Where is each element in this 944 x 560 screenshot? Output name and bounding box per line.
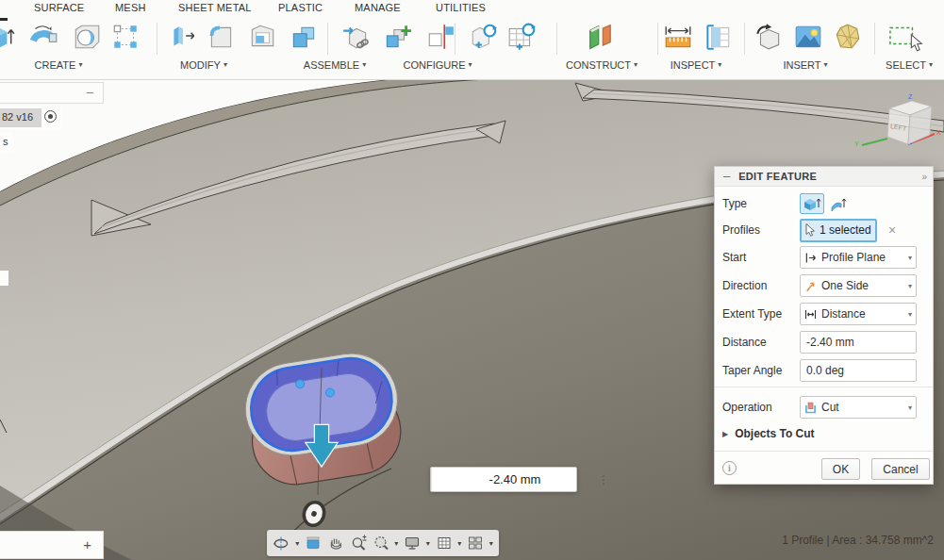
- distance-value-field[interactable]: [432, 468, 598, 491]
- group-select[interactable]: SELECT▾: [871, 58, 944, 71]
- axis-y-label: Y: [854, 140, 859, 147]
- group-modify[interactable]: MODIFY▾: [166, 58, 241, 71]
- fusion-window: LEFT Y X Z SURFACE MESH SHEET METAL PLAS…: [0, 0, 944, 560]
- clear-selection-icon[interactable]: ×: [888, 222, 896, 238]
- tab-utilities[interactable]: UTILITIES: [436, 2, 486, 15]
- configuration-table-icon[interactable]: [505, 20, 538, 54]
- dialog-title-bar[interactable]: – EDIT FEATURE »: [715, 167, 933, 187]
- row-direction: Direction One Side ▾: [722, 273, 927, 298]
- chevron-down-icon: ▾: [718, 61, 721, 69]
- row-profiles: Profiles 1 selected ×: [722, 218, 927, 242]
- objects-to-cut-toggle[interactable]: ▶ Objects To Cut: [722, 423, 927, 444]
- revolve-icon[interactable]: [28, 20, 60, 54]
- rigid-group-icon[interactable]: [424, 20, 456, 54]
- axis-z-label: Z: [908, 93, 913, 100]
- combine-icon[interactable]: [288, 20, 320, 54]
- group-insert[interactable]: INSERT▾: [768, 58, 843, 71]
- distance-input[interactable]: [800, 331, 917, 354]
- canvas-image-icon[interactable]: [792, 20, 824, 54]
- row-extent-type: Extent Type Distance ▾: [722, 302, 927, 326]
- edit-sketch-points-icon[interactable]: [109, 20, 141, 54]
- insert-mesh-icon[interactable]: [832, 20, 864, 54]
- window-zoom-menu-caret[interactable]: ▾: [392, 539, 401, 548]
- row-taper-angle: Taper Angle: [722, 358, 927, 383]
- section-analysis-icon[interactable]: [702, 20, 734, 54]
- kebab-menu-icon[interactable]: ⋮: [598, 468, 609, 491]
- configuration-icon[interactable]: [468, 20, 500, 54]
- viewports-icon[interactable]: [465, 532, 487, 554]
- grid-icon[interactable]: [433, 532, 455, 554]
- fillet-icon[interactable]: [205, 20, 237, 54]
- group-assemble[interactable]: ASSEMBLE▾: [292, 58, 377, 71]
- operation-dropdown[interactable]: Cut ▾: [800, 396, 917, 419]
- ok-button[interactable]: OK: [821, 458, 860, 480]
- taper-angle-input[interactable]: [800, 359, 917, 382]
- document-name[interactable]: 82 v16: [2, 111, 33, 123]
- browser-minimize-button[interactable]: –: [87, 85, 93, 99]
- pan-icon[interactable]: [324, 532, 346, 554]
- group-construct[interactable]: CONSTRUCT▾: [559, 58, 644, 71]
- grid-menu-caret[interactable]: ▾: [455, 539, 464, 548]
- selection-status-text: 1 Profile | Area : 34.758 mm^2: [782, 534, 934, 547]
- browser-document-row[interactable]: 82 v16: [0, 106, 62, 130]
- ribbon-separator: [874, 23, 875, 55]
- visibility-radio-icon[interactable]: [44, 110, 57, 123]
- dialog-title: EDIT FEATURE: [738, 171, 817, 182]
- orbit-icon[interactable]: [271, 532, 292, 554]
- timeline-add-button[interactable]: +: [83, 536, 91, 552]
- one-side-icon: [803, 279, 818, 293]
- info-icon[interactable]: i: [722, 461, 737, 475]
- group-configure[interactable]: CONFIGURE▾: [395, 58, 480, 71]
- start-dropdown[interactable]: Profile Plane ▾: [800, 246, 917, 269]
- new-component-icon[interactable]: [340, 20, 372, 54]
- group-create[interactable]: CREATE▾: [21, 58, 96, 71]
- tab-manage[interactable]: MANAGE: [355, 2, 401, 15]
- tab-sheet-metal[interactable]: SHEET METAL: [178, 2, 252, 15]
- profiles-selected-button[interactable]: 1 selected: [800, 219, 877, 242]
- ribbon-separator: [556, 23, 557, 55]
- type-extrude-button[interactable]: [800, 193, 824, 214]
- viewports-menu-caret[interactable]: ▾: [487, 539, 495, 548]
- chevron-down-icon: ▾: [908, 254, 913, 262]
- group-inspect[interactable]: INSPECT▾: [658, 58, 734, 71]
- divider: [715, 451, 933, 452]
- shell-icon[interactable]: [246, 20, 278, 54]
- display-settings-icon[interactable]: [402, 532, 423, 554]
- orbit-menu-caret[interactable]: ▾: [293, 539, 302, 548]
- joint-icon[interactable]: [381, 20, 413, 54]
- type-thin-extrude-button[interactable]: [826, 193, 851, 214]
- ribbon-separator: [657, 23, 658, 55]
- ribbon-separator: [157, 23, 157, 55]
- direction-dropdown[interactable]: One Side ▾: [800, 274, 917, 297]
- extrude-icon[interactable]: [0, 20, 17, 54]
- display-menu-caret[interactable]: ▾: [424, 539, 433, 548]
- collapse-icon[interactable]: –: [723, 172, 730, 181]
- hole-icon[interactable]: [71, 20, 103, 54]
- tab-mesh[interactable]: MESH: [115, 2, 146, 15]
- ribbon-separator: [327, 23, 328, 55]
- triangle-right-icon: ▶: [722, 430, 728, 438]
- chevron-down-icon: ▾: [929, 61, 933, 69]
- cancel-button[interactable]: Cancel: [871, 458, 930, 480]
- look-at-icon[interactable]: [302, 532, 323, 554]
- insert-derive-icon[interactable]: [753, 20, 785, 54]
- ribbon-separator: [744, 23, 745, 55]
- measure-icon[interactable]: [662, 20, 694, 54]
- navigation-toolbar: ▾ ▾ ▾ ▾ ▾: [267, 530, 499, 556]
- window-zoom-icon[interactable]: [370, 532, 391, 554]
- chevron-down-icon: ▾: [908, 282, 913, 290]
- expand-panel-icon[interactable]: »: [921, 172, 927, 182]
- chevron-down-icon: ▾: [362, 61, 366, 69]
- press-pull-icon[interactable]: [167, 20, 199, 54]
- construct-plane-icon[interactable]: [585, 20, 617, 54]
- edit-feature-dialog: – EDIT FEATURE » Type Profiles 1 selecte…: [714, 166, 934, 485]
- left-edge-panel-fragment: [0, 271, 8, 286]
- extent-type-dropdown[interactable]: Distance ▾: [800, 303, 917, 325]
- select-icon[interactable]: [885, 20, 928, 54]
- browser-header: –: [0, 82, 104, 104]
- tab-surface[interactable]: SURFACE: [34, 2, 84, 15]
- browser-item-fragment[interactable]: s: [0, 132, 13, 153]
- zoom-icon[interactable]: [347, 532, 369, 554]
- tab-plastic[interactable]: PLASTIC: [278, 2, 323, 15]
- cut-operation-icon: [803, 401, 818, 415]
